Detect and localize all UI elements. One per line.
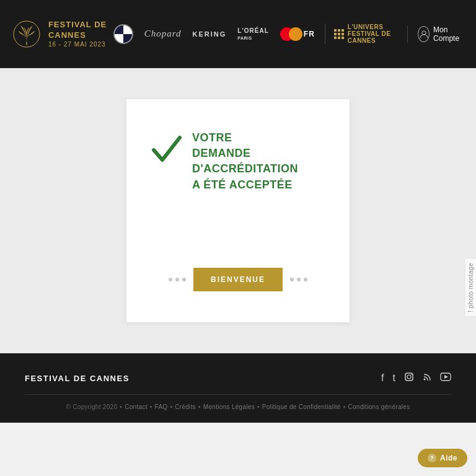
svg-point-4 — [407, 375, 411, 379]
aide-button[interactable]: ? Aide — [418, 449, 467, 467]
bmw-logo — [113, 24, 133, 44]
dot-4 — [290, 278, 294, 281]
footer-link-politique[interactable]: Politique de Confidentialité — [262, 403, 341, 410]
facebook-icon[interactable]: f — [381, 372, 384, 384]
svg-point-2 — [422, 31, 426, 35]
footer-bottom: © Copyright 2020 • Contact • FAQ • Crédi… — [25, 395, 451, 410]
twitter-icon[interactable]: t — [393, 372, 395, 384]
card-message-area: VOTRE DEMANDE D'ACCRÉDITATION A ÉTÉ ACCE… — [151, 130, 325, 193]
separator-2: • — [150, 403, 152, 410]
sponsors-area: Chopard KERING L'ORÉALPARIS — [113, 24, 304, 44]
footer-link-conditions[interactable]: Conditions générales — [348, 403, 410, 410]
message-line2: DEMANDE D'ACCRÉDITATION — [192, 146, 325, 177]
footer-top: FESTIVAL DE CANNES f t — [25, 372, 451, 395]
dots-right — [290, 278, 307, 281]
svg-rect-1 — [26, 42, 27, 45]
instagram-icon[interactable] — [404, 372, 414, 384]
site-footer: FESTIVAL DE CANNES f t — [0, 353, 476, 423]
kering-logo: KERING — [193, 30, 227, 38]
footer-links: © Copyright 2020 • Contact • FAQ • Crédi… — [25, 403, 451, 410]
separator-4: • — [198, 403, 201, 410]
account-label: Mon Compte — [433, 25, 464, 43]
dot-1 — [169, 278, 172, 281]
account-icon — [418, 26, 430, 42]
footer-link-credits[interactable]: Crédits — [175, 403, 196, 410]
separator-1: • — [120, 403, 122, 410]
checkmark-container — [151, 133, 182, 169]
account-button[interactable]: Mon Compte — [407, 25, 464, 43]
loreal-logo: L'ORÉALPARIS — [237, 27, 269, 41]
bienvenue-button[interactable]: BIENVENUE — [193, 268, 283, 291]
festival-name: FESTIVAL DE CANNES — [48, 20, 113, 41]
aide-icon: ? — [428, 454, 436, 462]
svg-point-5 — [411, 374, 412, 376]
message-line3: A ÉTÉ ACCEPTÉE — [192, 177, 325, 193]
photo-montage-label: ! photo montage — [465, 259, 476, 316]
footer-link-faq[interactable]: FAQ — [155, 403, 168, 410]
site-header: FESTIVAL DE CANNES 16 - 27 MAI 2023 Chop… — [0, 0, 476, 68]
svg-rect-3 — [405, 373, 413, 381]
separator-6: • — [343, 403, 346, 410]
dot-5 — [297, 278, 301, 281]
svg-point-6 — [424, 379, 426, 381]
logo-area: FESTIVAL DE CANNES 16 - 27 MAI 2023 — [12, 12, 113, 56]
dot-2 — [175, 278, 179, 281]
youtube-icon[interactable] — [440, 372, 451, 384]
message-text: VOTRE DEMANDE D'ACCRÉDITATION A ÉTÉ ACCE… — [192, 130, 325, 193]
footer-link-contact[interactable]: Contact — [125, 403, 148, 410]
social-icons-area: f t — [381, 372, 451, 384]
main-content: VOTRE DEMANDE D'ACCRÉDITATION A ÉTÉ ACCE… — [0, 68, 476, 353]
dot-3 — [182, 278, 186, 281]
festival-logo-emblem — [12, 12, 41, 56]
rss-icon[interactable] — [423, 372, 431, 384]
logo-text: FESTIVAL DE CANNES 16 - 27 MAI 2023 — [48, 20, 113, 48]
svg-marker-8 — [444, 375, 448, 379]
header-right-area: FR L'UNIVERS FESTIVAL DE CANNES Mon Comp… — [304, 24, 464, 44]
success-checkmark-icon — [151, 133, 182, 167]
accreditation-card: VOTRE DEMANDE D'ACCRÉDITATION A ÉTÉ ACCE… — [126, 99, 350, 322]
footer-logo: FESTIVAL DE CANNES — [25, 374, 130, 383]
separator-3: • — [170, 403, 172, 410]
card-bottom-area: BIENVENUE — [169, 268, 307, 291]
message-line1: VOTRE — [192, 130, 325, 146]
universe-button[interactable]: L'UNIVERS FESTIVAL DE CANNES — [325, 24, 397, 44]
language-toggle[interactable]: FR — [304, 30, 315, 38]
mastercard-logo — [280, 27, 304, 42]
footer-link-mentions[interactable]: Mentions Légales — [203, 403, 255, 410]
universe-label: L'UNIVERS FESTIVAL DE CANNES — [348, 24, 397, 44]
dot-6 — [304, 278, 307, 281]
dots-left — [169, 278, 186, 281]
separator-5: • — [257, 403, 260, 410]
festival-dates: 16 - 27 MAI 2023 — [48, 41, 113, 48]
chopard-logo: Chopard — [144, 29, 182, 39]
grid-icon — [334, 29, 344, 39]
copyright: © Copyright 2020 — [66, 403, 118, 410]
aide-label: Aide — [440, 454, 457, 462]
